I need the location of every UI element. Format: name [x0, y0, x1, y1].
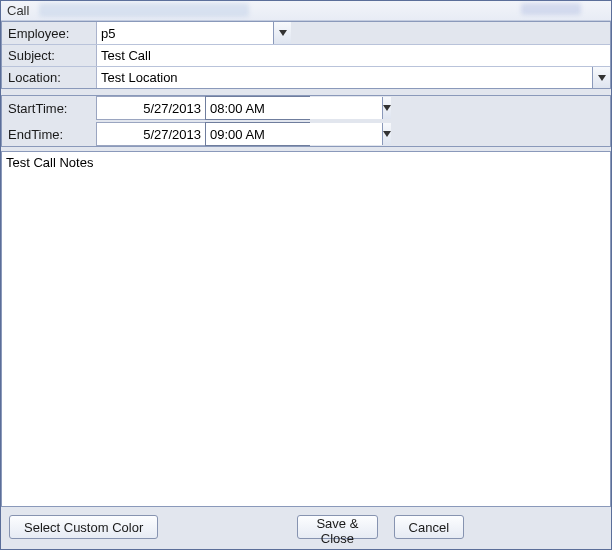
- employee-row: Employee:: [2, 22, 610, 44]
- end-row: EndTime:: [2, 122, 610, 146]
- call-dialog: Call Employee: Subject: Location:: [0, 0, 612, 550]
- employee-dropdown-button[interactable]: [273, 22, 291, 44]
- cancel-button[interactable]: Cancel: [394, 515, 464, 539]
- button-bar: Select Custom Color Save & Close Cancel: [1, 507, 611, 549]
- blurred-bg: [39, 3, 249, 17]
- chevron-down-icon: [383, 105, 391, 111]
- blurred-bg-right: [521, 3, 581, 15]
- center-buttons: Save & Close Cancel: [297, 515, 464, 539]
- chevron-down-icon: [279, 30, 287, 36]
- chevron-down-icon: [383, 131, 391, 137]
- end-time-input[interactable]: [206, 123, 382, 145]
- start-date-input[interactable]: [96, 96, 206, 120]
- window-title: Call: [7, 3, 29, 18]
- start-row: StartTime:: [2, 96, 610, 120]
- subject-label: Subject:: [2, 45, 96, 66]
- start-time-dropdown-button[interactable]: [382, 97, 391, 119]
- location-combo[interactable]: [96, 67, 610, 88]
- start-time-input[interactable]: [206, 97, 382, 119]
- endtime-label: EndTime:: [2, 125, 96, 144]
- notes-textarea[interactable]: [1, 151, 611, 507]
- select-custom-color-button[interactable]: Select Custom Color: [9, 515, 158, 539]
- subject-row: Subject:: [2, 44, 610, 66]
- title-bar: Call: [1, 1, 611, 21]
- employee-combo[interactable]: [96, 22, 291, 44]
- location-input[interactable]: [97, 67, 592, 88]
- chevron-down-icon: [598, 75, 606, 81]
- subject-input[interactable]: [96, 45, 610, 66]
- start-time-combo[interactable]: [205, 96, 310, 120]
- starttime-label: StartTime:: [2, 99, 96, 118]
- employee-input[interactable]: [97, 22, 273, 44]
- location-row: Location:: [2, 66, 610, 88]
- location-label: Location:: [2, 67, 96, 88]
- end-date-input[interactable]: [96, 122, 206, 146]
- header-fields: Employee: Subject: Location:: [1, 21, 611, 89]
- notes-wrap: [1, 151, 611, 507]
- save-close-button[interactable]: Save & Close: [297, 515, 377, 539]
- end-time-dropdown-button[interactable]: [382, 123, 391, 145]
- datetime-block: StartTime: EndTime:: [1, 95, 611, 147]
- location-dropdown-button[interactable]: [592, 67, 610, 88]
- end-time-combo[interactable]: [205, 122, 310, 146]
- employee-label: Employee:: [2, 22, 96, 44]
